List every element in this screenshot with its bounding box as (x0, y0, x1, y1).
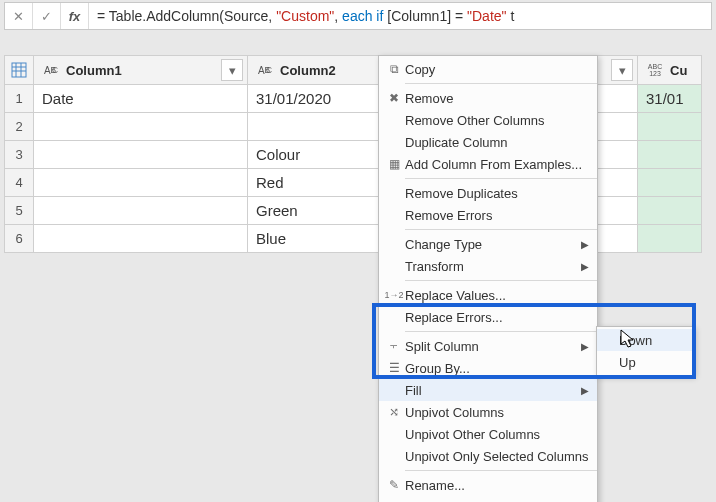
cell-col3[interactable] (638, 197, 702, 225)
table-row: 6Blue (4, 225, 712, 253)
replace-icon: 1→2 (383, 290, 405, 300)
menu-group-by[interactable]: ☰Group By... (379, 357, 597, 379)
menu-copy[interactable]: ⧉Copy (379, 58, 597, 80)
rename-icon: ✎ (383, 478, 405, 492)
chevron-right-icon: ▶ (581, 261, 589, 272)
copy-icon: ⧉ (383, 62, 405, 76)
menu-separator (405, 280, 597, 281)
cell-col3[interactable] (638, 141, 702, 169)
menu-replace-values[interactable]: 1→2Replace Values... (379, 284, 597, 306)
type-icon-text: ABC (40, 61, 62, 79)
chevron-right-icon: ▶ (581, 341, 589, 352)
formula-each: each (342, 8, 372, 24)
chevron-right-icon: ▶ (581, 385, 589, 396)
accept-formula-button[interactable]: ✓ (33, 3, 61, 29)
header-row: ABC Column1 ▾ ABC Column2 ▾ ABC123 Cu (4, 55, 712, 85)
table-row: 3Colour (4, 141, 712, 169)
menu-separator (405, 83, 597, 84)
menu-transform[interactable]: Transform▶ (379, 255, 597, 277)
menu-unpivot-selected[interactable]: Unpivot Only Selected Columns (379, 445, 597, 467)
formula-tail: t (507, 8, 515, 24)
menu-separator (405, 178, 597, 179)
menu-separator (405, 331, 597, 332)
cell-col3[interactable]: 31/01 (638, 85, 702, 113)
menu-remove[interactable]: ✖Remove (379, 87, 597, 109)
row-index[interactable]: 2 (4, 113, 34, 141)
cell-col1[interactable] (34, 169, 248, 197)
formula-fn: Table.AddColumn (109, 8, 220, 24)
formula-bar: ✕ ✓ fx = Table.AddColumn(Source, "Custom… (4, 2, 712, 30)
chevron-right-icon: ▶ (581, 239, 589, 250)
menu-change-type[interactable]: Change Type▶ (379, 233, 597, 255)
menu-move[interactable]: Move▶ (379, 496, 597, 502)
row-index[interactable]: 4 (4, 169, 34, 197)
formula-str1: "Custom" (276, 8, 334, 24)
row-index[interactable]: 5 (4, 197, 34, 225)
menu-remove-errors[interactable]: Remove Errors (379, 204, 597, 226)
menu-rename[interactable]: ✎Rename... (379, 474, 597, 496)
menu-split-column[interactable]: ⫟Split Column▶ (379, 335, 597, 357)
cancel-formula-button[interactable]: ✕ (5, 3, 33, 29)
row-index[interactable]: 3 (4, 141, 34, 169)
column-name-3: Cu (670, 63, 701, 78)
cell-col1[interactable] (34, 225, 248, 253)
type-icon-any: ABC123 (644, 61, 666, 79)
cell-col3[interactable] (638, 113, 702, 141)
formula-eq: = (97, 8, 109, 24)
table-icon[interactable] (4, 55, 34, 85)
data-grid: ABC Column1 ▾ ABC Column2 ▾ ABC123 Cu 1D… (4, 55, 712, 253)
type-icon-text: ABC (254, 61, 276, 79)
cell-col3[interactable] (638, 169, 702, 197)
submenu-down[interactable]: Down (597, 329, 693, 351)
table-row: 2 (4, 113, 712, 141)
formula-input[interactable]: = Table.AddColumn(Source, "Custom", each… (89, 8, 711, 24)
cell-col1[interactable] (34, 141, 248, 169)
menu-unpivot-other[interactable]: Unpivot Other Columns (379, 423, 597, 445)
menu-fill[interactable]: Fill▶ (379, 379, 597, 401)
formula-rest: [Column1] = (383, 8, 467, 24)
row-index[interactable]: 6 (4, 225, 34, 253)
submenu-up[interactable]: Up (597, 351, 693, 373)
menu-add-from-examples[interactable]: ▦Add Column From Examples... (379, 153, 597, 175)
remove-icon: ✖ (383, 91, 405, 105)
filter-dropdown-1[interactable]: ▾ (221, 59, 243, 81)
menu-duplicate[interactable]: Duplicate Column (379, 131, 597, 153)
row-index[interactable]: 1 (4, 85, 34, 113)
table-row: 5Green (4, 197, 712, 225)
filter-dropdown-2[interactable]: ▾ (611, 59, 633, 81)
fill-submenu: Down Up (596, 326, 694, 376)
examples-icon: ▦ (383, 157, 405, 171)
group-icon: ☰ (383, 361, 405, 375)
svg-rect-0 (12, 63, 26, 77)
split-icon: ⫟ (383, 339, 405, 353)
menu-separator (405, 470, 597, 471)
menu-separator (405, 229, 597, 230)
formula-open: (Source, (219, 8, 276, 24)
context-menu: ⧉Copy ✖Remove Remove Other Columns Dupli… (378, 55, 598, 502)
column-name-1: Column1 (66, 63, 247, 78)
cell-col1[interactable] (34, 113, 248, 141)
menu-remove-dupes[interactable]: Remove Duplicates (379, 182, 597, 204)
column-header-3[interactable]: ABC123 Cu (638, 55, 702, 85)
cell-col1[interactable]: Date (34, 85, 248, 113)
unpivot-icon: ⤭ (383, 405, 405, 419)
menu-remove-other[interactable]: Remove Other Columns (379, 109, 597, 131)
table-row: 4Red (4, 169, 712, 197)
formula-str2: "Date" (467, 8, 507, 24)
table-row: 1Date31/01/202031/01 (4, 85, 712, 113)
menu-unpivot[interactable]: ⤭Unpivot Columns (379, 401, 597, 423)
cell-col3[interactable] (638, 225, 702, 253)
fx-button[interactable]: fx (61, 3, 89, 29)
column-header-1[interactable]: ABC Column1 ▾ (34, 55, 248, 85)
formula-mid: , (334, 8, 342, 24)
cell-col1[interactable] (34, 197, 248, 225)
menu-replace-errors[interactable]: Replace Errors... (379, 306, 597, 328)
